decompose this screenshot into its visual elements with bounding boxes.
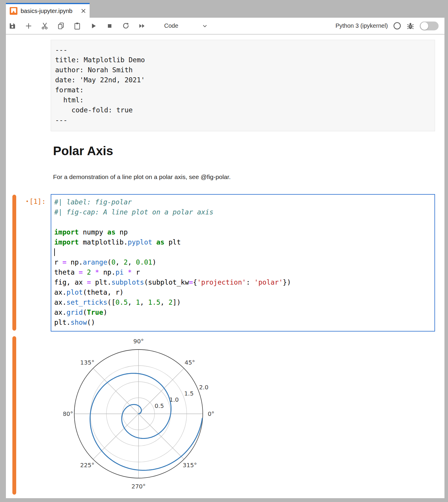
raw-cell-yaml[interactable]: ---title: Matplotlib Demoauthor: Norah S… [51, 40, 435, 131]
theta-tick-label: 270° [131, 483, 146, 490]
raw-line: title: Matplotlib Demo [55, 55, 431, 65]
spiral-line [90, 373, 202, 470]
raw-line: html: [55, 95, 431, 105]
theta-tick-label: 180° [63, 410, 73, 417]
theta-gridline [93, 368, 139, 414]
run-all-icon [138, 22, 146, 30]
text-cursor [54, 248, 55, 256]
cut-button[interactable] [41, 22, 49, 30]
code-line: r = np.arange(0, 2, 0.01) [54, 257, 434, 267]
code-line: plt.show() [54, 317, 434, 327]
notebook-icon [9, 7, 18, 15]
prompt-dot: • [26, 198, 29, 204]
r-tick-label: 0.5 [154, 402, 164, 409]
code-line: ax.set_rticks([0.5, 1, 1.5, 2]) [54, 297, 434, 307]
interrupt-button[interactable] [106, 22, 114, 30]
bug-icon[interactable] [406, 22, 414, 30]
toolbar-right: Python 3 (ipykernel) [335, 22, 444, 30]
notebook-toolbar: Code Python 3 (ipykernel) [6, 18, 444, 34]
paste-button[interactable] [73, 22, 81, 30]
cell-type-dropdown[interactable]: Code [164, 22, 208, 29]
r-tick-label: 1.0 [169, 396, 179, 403]
r-tick-label: 2.0 [199, 384, 208, 391]
run-button[interactable] [89, 22, 98, 30]
input-collapser[interactable] [12, 195, 16, 331]
raw-line: code-fold: true [55, 105, 431, 115]
restart-button[interactable] [122, 22, 130, 30]
raw-line: date: 'May 22nd, 2021' [55, 75, 431, 85]
code-line: ax.plot(theta, r) [54, 287, 434, 297]
code-line: ax.grid(True) [54, 307, 434, 317]
add-cell-icon [25, 22, 32, 30]
add-cell-button[interactable] [24, 22, 33, 30]
theta-tick-label: 45° [185, 359, 195, 366]
raw-line: author: Norah Smith [55, 65, 431, 75]
save-button[interactable] [8, 22, 17, 30]
code-line: theta = 2 * np.pi * r [54, 267, 434, 277]
code-line [54, 247, 434, 257]
paste-icon [73, 22, 81, 30]
markdown-paragraph: For a demonstration of a line plot on a … [53, 173, 231, 181]
code-line: #| label: fig-polar [54, 197, 434, 207]
raw-line: --- [55, 115, 431, 125]
notebook-tab[interactable]: basics-jupyter.ipynb [6, 3, 90, 18]
copy-button[interactable] [57, 22, 65, 30]
copy-icon [57, 22, 65, 30]
markdown-heading: Polar Axis [53, 144, 113, 158]
code-line: import numpy as np [54, 227, 434, 237]
code-line: import matplotlib.pyplot as plt [54, 237, 434, 247]
theta-gridline [139, 414, 184, 459]
chevron-down-icon [201, 22, 208, 29]
toggle-knob [421, 22, 428, 30]
restart-icon [122, 22, 130, 30]
theta-tick-label: 315° [183, 462, 197, 469]
theta-gridline [93, 414, 139, 459]
save-icon [9, 22, 16, 29]
polar-plot-output: 0°45°90°135°180°225°270°315°0.51.01.52.0 [63, 337, 217, 495]
cut-icon [41, 22, 49, 30]
run-icon [90, 22, 97, 29]
raw-line: --- [55, 45, 431, 55]
theta-tick-label: 0° [208, 410, 215, 417]
theta-tick-label: 135° [80, 359, 94, 366]
tab-bar: basics-jupyter.ipynb [6, 0, 444, 18]
kernel-status-icon[interactable] [393, 22, 401, 30]
theta-tick-label: 90° [133, 338, 144, 345]
cell-type-value: Code [164, 22, 178, 29]
execution-count: •[1]: [18, 196, 46, 206]
notebook-panel: ---title: Matplotlib Demoauthor: Norah S… [6, 35, 444, 498]
restart-run-all-button[interactable] [138, 22, 146, 30]
raw-line: format: [55, 85, 431, 95]
toggle-switch[interactable] [420, 22, 439, 30]
code-line: fig, ax = plt.subplots(subplot_kw={'proj… [54, 277, 434, 287]
code-line [54, 217, 434, 227]
close-icon[interactable] [80, 8, 87, 14]
code-cell-editor[interactable]: #| label: fig-polar#| fig-cap: A line pl… [51, 194, 435, 332]
code-line: #| fig-cap: A line plot on a polar axis [54, 207, 434, 217]
stop-icon [106, 22, 113, 29]
kernel-name[interactable]: Python 3 (ipykernel) [335, 22, 388, 29]
tab-title: basics-jupyter.ipynb [21, 8, 80, 14]
r-tick-label: 1.5 [184, 390, 194, 397]
output-collapser[interactable] [12, 336, 16, 495]
theta-tick-label: 225° [80, 462, 94, 469]
